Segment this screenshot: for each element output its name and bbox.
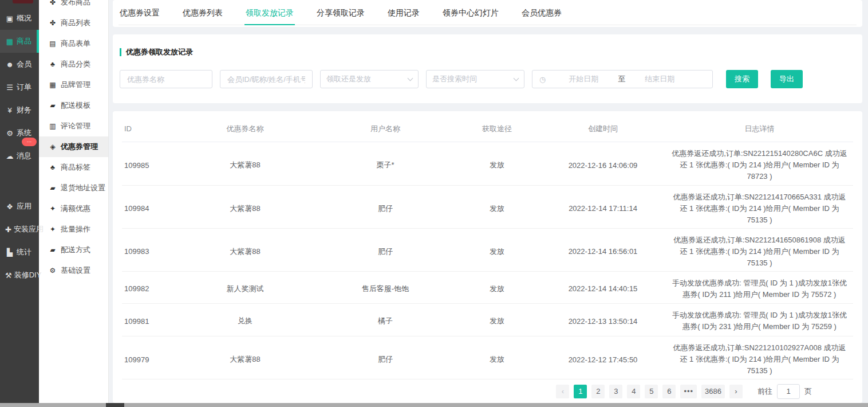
page-button-last[interactable]: 3686	[701, 385, 725, 398]
cell-log-detail: 手动发放优惠券成功: 管理员( ID 为 1 )成功发放1张优惠券( ID为 2…	[666, 304, 853, 338]
date-range-picker[interactable]: ◷ 开始日期 至 结束日期	[532, 70, 713, 88]
submenu-item-shipping-template[interactable]: ▰ 配送模板	[39, 95, 108, 116]
sidebar-item-orders[interactable]: ☰ 订单	[0, 76, 39, 99]
tab-usage-records[interactable]: 使用记录	[386, 7, 421, 25]
title-accent-bar	[120, 48, 121, 56]
tree-icon: ♣	[49, 60, 57, 68]
submenu-item-label: 商品分类	[61, 59, 90, 69]
submenu-item-label: 评论管理	[61, 121, 90, 131]
submenu-item-shipping-method[interactable]: ▰ 配送方式	[39, 240, 108, 260]
submenu-item-goods-form[interactable]: ▤ 商品表单	[39, 33, 108, 54]
unread-badge: …	[22, 138, 37, 146]
tab-share-receive-records[interactable]: 分享领取记录	[315, 7, 366, 25]
tab-coupon-center-slides[interactable]: 领券中心幻灯片	[441, 7, 500, 25]
sidebar-item-install-apps[interactable]: ✚ 安装应用	[0, 218, 39, 241]
submenu-item-label: 基础设置	[61, 265, 90, 276]
sidebar-item-label: 装修DIY	[14, 270, 42, 280]
page-button-1[interactable]: 1	[574, 385, 587, 398]
truck-icon: ▰	[49, 101, 57, 109]
tree-icon: ♣	[49, 163, 57, 171]
cell-coupon-name: 新人奖测试	[173, 278, 317, 300]
submenu-item-goods-tags[interactable]: ♣ 商品标签	[39, 157, 108, 178]
submenu-item-batch-operation[interactable]: ✦ 批量操作	[39, 219, 108, 240]
cell-id: 109984	[122, 198, 173, 218]
cluster-icon: ✤	[49, 19, 57, 27]
column-header-log-detail: 日志详情	[666, 124, 853, 134]
main-content: 优惠券设置 优惠券列表 领取发放记录 分享领取记录 使用记录 领券中心幻灯片 会…	[109, 0, 868, 403]
sidebar-item-goods[interactable]: ▦ 商品	[0, 30, 39, 53]
briefcase-icon: ▦	[49, 81, 57, 89]
app-logo	[13, 0, 33, 3]
submenu-item-goods-list[interactable]: ✤ 商品列表	[39, 13, 108, 33]
submenu-list: ✤ 发布商品 ✤ 商品列表 ▤ 商品表单 ♣ 商品分类 ▦ 品牌管理 ▰ 配送模…	[39, 0, 108, 281]
submenu-item-coupon-manage[interactable]: ◈ 优惠券管理	[39, 136, 108, 157]
tab-receive-grant-records[interactable]: 领取发放记录	[244, 7, 295, 25]
gear-icon: ⚙	[49, 267, 57, 275]
submenu-item-label: 退货地址设置	[61, 183, 105, 193]
scrollbar-thumb[interactable]	[106, 403, 124, 407]
goto-label: 前往	[757, 386, 772, 397]
cell-coupon-name: 大紫薯88	[173, 154, 317, 176]
sidebar-item-finance[interactable]: ¥ 财务	[0, 99, 39, 122]
search-time-select[interactable]: 是否搜索时间	[426, 70, 524, 88]
cell-user-name: 肥仔	[317, 349, 454, 370]
tab-coupon-list[interactable]: 优惠券列表	[182, 7, 224, 25]
table-row: 109979 大紫薯88 肥仔 发放 2022-12-12 17:45:50 优…	[122, 336, 853, 379]
cell-created-time: 2022-12-16 14:06:09	[540, 155, 666, 175]
cell-log-detail: 优惠券返还成功,订单:SN221215140280CA6C 成功返还 1 张优惠…	[666, 142, 853, 188]
sidebar-item-decorate-diy[interactable]: ⚒ 装修DIY	[0, 264, 39, 287]
receive-or-grant-select[interactable]: 领取还是发放	[320, 70, 419, 88]
table-row: 109984 大紫薯88 肥仔 发放 2022-12-14 17:11:14 优…	[122, 186, 853, 229]
sidebar-item-members[interactable]: ☻ 会员	[0, 53, 39, 76]
sidebar-item-label: 统计	[17, 247, 31, 257]
sidebar-item-label: 概况	[17, 13, 31, 24]
cell-id: 109981	[122, 311, 173, 331]
truck-icon: ▰	[49, 246, 57, 254]
start-date-placeholder[interactable]: 开始日期	[569, 74, 598, 84]
submenu-item-label: 商品列表	[61, 18, 90, 28]
hammer-icon: ⚒	[5, 271, 12, 280]
cell-channel: 发放	[454, 310, 540, 332]
page-button-2[interactable]: 2	[591, 385, 605, 398]
search-button[interactable]: 搜索	[726, 70, 758, 88]
page-button-6[interactable]: 6	[662, 385, 676, 398]
column-header-user-name: 用户名称	[317, 124, 454, 134]
submenu-item-basic-settings[interactable]: ⚙ 基础设置	[39, 260, 108, 281]
goto-unit: 页	[804, 386, 812, 397]
cell-coupon-name: 大紫薯88	[173, 198, 317, 220]
tab-coupon-settings[interactable]: 优惠券设置	[119, 7, 161, 25]
sidebar-item-overview[interactable]: ▣ 概况	[0, 7, 39, 30]
prev-page-button[interactable]: ‹	[556, 385, 569, 398]
cell-coupon-name: 兑换	[173, 310, 317, 332]
page-button-5[interactable]: 5	[645, 385, 658, 398]
records-table: ID 优惠券名称 用户名称 获取途径 创建时间 日志详情 109985 大紫薯8…	[113, 111, 862, 403]
page-button-4[interactable]: 4	[627, 385, 640, 398]
sidebar-item-apps[interactable]: ❖ 应用	[0, 195, 39, 218]
export-button[interactable]: 导出	[771, 70, 803, 88]
goto-page-input[interactable]	[777, 384, 800, 399]
more-pages-ellipsis[interactable]: •••	[680, 385, 697, 398]
cell-channel: 发放	[454, 349, 540, 370]
submenu-item-full-discount[interactable]: ✦ 满额优惠	[39, 198, 108, 219]
submenu-item-publish-goods[interactable]: ✤ 发布商品	[39, 0, 108, 13]
sidebar-item-messages[interactable]: ☁ 消息 …	[0, 144, 39, 167]
submenu-item-label: 满额优惠	[61, 204, 90, 214]
clock-icon: ◷	[539, 75, 546, 84]
submenu-item-goods-category[interactable]: ♣ 商品分类	[39, 54, 108, 75]
tab-member-coupons[interactable]: 会员优惠券	[520, 7, 563, 25]
sidebar-item-statistics[interactable]: ▙ 统计	[0, 241, 39, 264]
cell-id: 109982	[122, 279, 173, 299]
submenu-item-comment-manage[interactable]: ▥ 评论管理	[39, 116, 108, 136]
cell-log-detail: 优惠券返还成功,订单:SN221210102927A008 成功返还 1 张优惠…	[666, 336, 853, 382]
end-date-placeholder[interactable]: 结束日期	[645, 74, 674, 84]
next-page-button[interactable]: ›	[729, 385, 743, 398]
page-button-3[interactable]: 3	[609, 385, 622, 398]
submenu-item-brand-manage[interactable]: ▦ 品牌管理	[39, 75, 108, 95]
sidebar-item-label: 会员	[17, 59, 31, 69]
member-search-input[interactable]	[220, 70, 313, 88]
columns-icon: ▥	[49, 122, 57, 130]
coupon-name-input[interactable]	[120, 70, 212, 88]
cell-id: 109979	[122, 350, 173, 370]
horizontal-scrollbar[interactable]	[0, 403, 868, 407]
submenu-item-return-address[interactable]: ▰ 退货地址设置	[39, 178, 108, 198]
